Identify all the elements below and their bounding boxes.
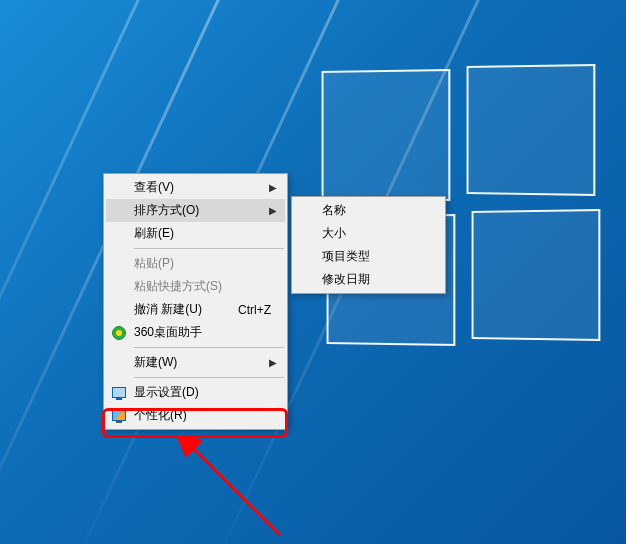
menu-item-undo-new[interactable]: 撤消 新建(U) Ctrl+Z — [106, 298, 285, 321]
menu-item-personalize[interactable]: 个性化(R) — [106, 404, 285, 427]
menu-item-paste: 粘贴(P) — [106, 252, 285, 275]
menu-label: 排序方式(O) — [134, 202, 199, 219]
menu-label: 个性化(R) — [134, 407, 187, 424]
submenu-item-name[interactable]: 名称 — [294, 199, 443, 222]
menu-shortcut: Ctrl+Z — [238, 303, 271, 317]
menu-label: 显示设置(D) — [134, 384, 199, 401]
menu-label: 刷新(E) — [134, 225, 174, 242]
menu-item-new[interactable]: 新建(W) ▶ — [106, 351, 285, 374]
personalize-icon — [111, 408, 127, 424]
menu-label: 新建(W) — [134, 354, 177, 371]
menu-label: 粘贴(P) — [134, 255, 174, 272]
menu-separator — [134, 248, 284, 249]
menu-item-refresh[interactable]: 刷新(E) — [106, 222, 285, 245]
menu-separator — [134, 377, 284, 378]
sort-submenu: 名称 大小 项目类型 修改日期 — [291, 196, 446, 294]
menu-item-paste-shortcut: 粘贴快捷方式(S) — [106, 275, 285, 298]
menu-label: 粘贴快捷方式(S) — [134, 278, 222, 295]
submenu-item-size[interactable]: 大小 — [294, 222, 443, 245]
desktop-context-menu: 查看(V) ▶ 排序方式(O) ▶ 刷新(E) 粘贴(P) 粘贴快捷方式(S) … — [103, 173, 288, 430]
submenu-arrow-icon: ▶ — [269, 182, 277, 193]
submenu-arrow-icon: ▶ — [269, 357, 277, 368]
submenu-item-item-type[interactable]: 项目类型 — [294, 245, 443, 268]
menu-label: 大小 — [322, 225, 346, 242]
menu-item-view[interactable]: 查看(V) ▶ — [106, 176, 285, 199]
menu-label: 项目类型 — [322, 248, 370, 265]
menu-label: 撤消 新建(U) — [134, 301, 202, 318]
submenu-arrow-icon: ▶ — [269, 205, 277, 216]
menu-item-360-helper[interactable]: 360桌面助手 — [106, 321, 285, 344]
menu-label: 360桌面助手 — [134, 324, 202, 341]
360-icon — [111, 325, 127, 341]
menu-label: 修改日期 — [322, 271, 370, 288]
menu-separator — [134, 347, 284, 348]
menu-item-sort[interactable]: 排序方式(O) ▶ — [106, 199, 285, 222]
menu-label: 名称 — [322, 202, 346, 219]
menu-label: 查看(V) — [134, 179, 174, 196]
submenu-item-date-modified[interactable]: 修改日期 — [294, 268, 443, 291]
menu-item-display-settings[interactable]: 显示设置(D) — [106, 381, 285, 404]
display-icon — [111, 385, 127, 401]
